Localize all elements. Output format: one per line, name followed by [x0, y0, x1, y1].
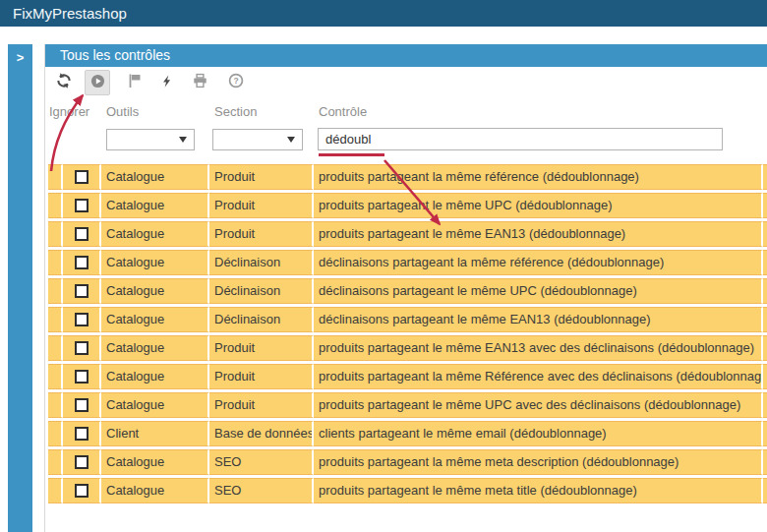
- cell-section: Déclinaison: [209, 278, 314, 304]
- cell-outils: Catalogue: [101, 392, 209, 418]
- run-button[interactable]: [85, 70, 110, 95]
- cell-section: SEO: [209, 478, 314, 503]
- column-header-section: Section: [214, 104, 257, 119]
- row-trailing-cell: [763, 478, 767, 503]
- app-title: FixMyPrestashop: [13, 5, 127, 22]
- refresh-icon: [55, 72, 73, 92]
- lightning-button[interactable]: [155, 70, 179, 95]
- row-leading-cell: [48, 478, 63, 503]
- row-trailing-cell: [763, 221, 767, 247]
- row-checkbox-cell: [63, 193, 101, 218]
- cell-outils: Catalogue: [101, 307, 209, 332]
- row-leading-cell: [48, 250, 63, 275]
- ignore-checkbox[interactable]: [75, 170, 88, 184]
- row-trailing-cell: [763, 193, 767, 218]
- cell-controle: clients partageant le même email (dédoub…: [314, 421, 763, 446]
- cell-controle: produits partageant le même EAN13 (dédou…: [314, 221, 763, 247]
- row-trailing-cell: [763, 449, 767, 475]
- row-checkbox-cell: [63, 421, 101, 446]
- cell-outils: Catalogue: [101, 164, 209, 190]
- ignore-checkbox[interactable]: [75, 455, 88, 469]
- cell-section: Déclinaison: [209, 307, 314, 332]
- row-checkbox-cell: [63, 449, 101, 475]
- cell-section: Produit: [209, 164, 314, 190]
- cell-section: Produit: [209, 335, 314, 361]
- printer-icon: [192, 73, 208, 91]
- sidebar-collapse-strip[interactable]: >: [8, 44, 32, 532]
- row-leading-cell: [48, 307, 63, 332]
- ignore-checkbox[interactable]: [75, 341, 88, 355]
- cell-controle: produits partageant le même UPC (dédoubl…: [314, 193, 763, 218]
- refresh-button[interactable]: [52, 70, 76, 95]
- row-checkbox-cell: [63, 335, 101, 361]
- section-filter-select[interactable]: [213, 130, 302, 149]
- cell-outils: Catalogue: [101, 478, 209, 503]
- panel-title: Tous les contrôles: [60, 47, 170, 63]
- table-row: Catalogue Produit produits partageant la…: [48, 364, 767, 389]
- row-leading-cell: [48, 449, 63, 475]
- ignore-checkbox[interactable]: [75, 484, 88, 498]
- row-leading-cell: [48, 278, 63, 304]
- row-leading-cell: [48, 164, 63, 190]
- row-leading-cell: [48, 364, 63, 389]
- row-checkbox-cell: [63, 307, 101, 332]
- cell-outils: Catalogue: [101, 278, 209, 304]
- row-trailing-cell: [763, 278, 767, 304]
- row-leading-cell: [48, 392, 63, 418]
- table-row: Catalogue SEO produits partageant la mêm…: [48, 449, 767, 475]
- outils-filter: [106, 129, 195, 150]
- app-header: FixMyPrestashop: [0, 0, 767, 27]
- table-row: Catalogue Produit produits partageant la…: [48, 164, 767, 190]
- flag-button[interactable]: [123, 70, 147, 95]
- cell-controle: produits partageant la même référence (d…: [314, 164, 763, 190]
- row-checkbox-cell: [63, 164, 101, 190]
- controls-panel: Tous les contrôles: [44, 44, 767, 532]
- cell-outils: Catalogue: [101, 250, 209, 275]
- cell-controle: déclinaisons partageant le même EAN13 (d…: [314, 307, 763, 332]
- cell-outils: Catalogue: [101, 221, 209, 247]
- column-header-controle: Contrôle: [319, 104, 367, 119]
- table-row: Catalogue Produit produits partageant le…: [48, 392, 767, 418]
- table-row: Catalogue SEO produits partageant le mêm…: [48, 478, 767, 503]
- cell-outils: Catalogue: [101, 193, 209, 218]
- ignore-checkbox[interactable]: [75, 370, 88, 384]
- cell-section: Produit: [209, 364, 314, 389]
- row-trailing-cell: [763, 164, 767, 190]
- ignore-checkbox[interactable]: [75, 284, 88, 298]
- ignore-checkbox[interactable]: [75, 199, 88, 212]
- table-row: Catalogue Déclinaison déclinaisons parta…: [48, 278, 767, 304]
- outils-filter-select[interactable]: [107, 130, 194, 149]
- row-trailing-cell: [763, 392, 767, 418]
- play-icon: [90, 74, 105, 91]
- help-icon: ?: [228, 73, 244, 91]
- print-button[interactable]: [188, 70, 211, 95]
- cell-controle: produits partageant la même Référence av…: [314, 364, 763, 389]
- column-header-outils: Outils: [106, 104, 139, 119]
- ignore-checkbox[interactable]: [75, 398, 88, 412]
- cell-outils: Catalogue: [101, 449, 209, 475]
- controle-filter-input[interactable]: [318, 128, 723, 150]
- ignore-checkbox[interactable]: [75, 256, 88, 269]
- cell-section: Produit: [209, 193, 314, 218]
- cell-controle: produits partageant le même meta title (…: [314, 478, 763, 503]
- row-checkbox-cell: [63, 221, 101, 247]
- ignore-checkbox[interactable]: [75, 227, 88, 241]
- cell-outils: Client: [101, 421, 209, 446]
- lightning-icon: [160, 74, 174, 91]
- cell-controle: produits partageant le même EAN13 avec d…: [314, 335, 763, 361]
- panel-header: Tous les contrôles: [45, 44, 767, 67]
- ignore-checkbox[interactable]: [75, 313, 88, 326]
- cell-section: SEO: [209, 449, 314, 475]
- row-trailing-cell: [763, 364, 767, 389]
- help-button[interactable]: ?: [224, 70, 248, 95]
- row-trailing-cell: [763, 307, 767, 332]
- cell-controle: produits partageant la même meta descrip…: [314, 449, 763, 475]
- row-leading-cell: [48, 193, 63, 218]
- controls-table-body: Catalogue Produit produits partageant la…: [48, 164, 767, 506]
- row-checkbox-cell: [63, 392, 101, 418]
- ignore-checkbox[interactable]: [75, 427, 88, 441]
- row-leading-cell: [48, 421, 63, 446]
- row-checkbox-cell: [63, 478, 101, 503]
- table-row: Catalogue Déclinaison déclinaisons parta…: [48, 307, 767, 332]
- cell-outils: Catalogue: [101, 335, 209, 361]
